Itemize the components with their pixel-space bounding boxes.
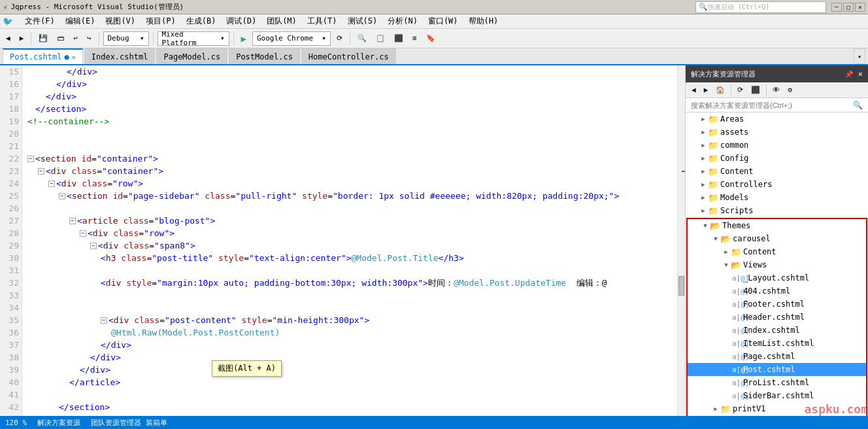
minimize-button[interactable]: ─ [831,3,842,12]
collapse-29[interactable]: − [90,243,97,249]
toolbar-undo-btn[interactable]: ↩ [70,31,81,46]
expand-icon[interactable]: ▼ [722,260,731,269]
collapse-25[interactable]: − [59,193,65,199]
tree-item-footer[interactable]: a[@] Footer.cshtml [688,298,866,311]
tab-post-cshtml[interactable]: Post.cshtml ● ✕ [3,48,83,64]
toolbar-redo-btn[interactable]: ↪ [84,31,95,46]
tab-homecontroller-cs[interactable]: HomeController.cs [301,48,396,64]
tree-item-carousel-content[interactable]: ▶ 📁 Content [688,245,866,258]
tab-pagemodel-cs[interactable]: PageModel.cs [156,48,227,64]
se-search[interactable]: 🔍 [686,98,868,112]
tree-item-config[interactable]: ▶ 📁 Config [686,152,868,165]
se-search-input[interactable] [691,101,850,109]
start-debug-btn[interactable]: ▶ [238,31,250,46]
collapse-35[interactable]: − [101,317,107,324]
se-show-all[interactable]: 👁 [769,84,783,96]
tree-item-content[interactable]: ▶ 📁 Content [686,165,868,178]
expand-icon[interactable]: ▶ [699,128,708,137]
menu-analyze[interactable]: 分析(N) [384,14,422,28]
se-refresh[interactable]: ⟳ [734,84,746,96]
se-settings[interactable]: ⚙ [784,84,795,96]
se-nav-forward[interactable]: ▶ [701,84,712,96]
toolbar-misc1[interactable]: 🔍 [354,31,370,46]
tree-item-404[interactable]: a[@] 404.cshtml [688,284,866,298]
collapse-24[interactable]: − [48,180,55,187]
menu-test[interactable]: 测试(S) [344,14,382,28]
platform-dropdown[interactable]: Mixed Platform ▾ [158,31,229,46]
toolbar-bookmark-btn[interactable]: 🔖 [423,31,439,46]
se-search-icon[interactable]: 🔍 [853,101,863,110]
expand-icon[interactable]: ▶ [699,206,708,215]
se-home[interactable]: 🏠 [712,84,728,96]
scroll-thumb[interactable] [678,276,684,296]
tree-item-post-cshtml[interactable]: a[@] Post.cshtml [688,363,866,376]
tab-scroll-down[interactable]: ▾ [854,48,865,64]
toolbar-save-all-btn[interactable]: 🗃 [54,31,67,46]
se-pin-btn[interactable]: 📌 [845,71,853,78]
toolbar-back-btn[interactable]: ◀ [3,31,14,46]
tree-item-assets[interactable]: ▶ 📁 assets [686,126,868,139]
menu-tools[interactable]: 工具(T) [303,14,341,28]
toolbar-save-btn[interactable]: 💾 [35,31,51,46]
collapse-23[interactable]: − [38,168,44,175]
code-editor[interactable]: 15 16 17 18 19 20 21 22 23 24 25 26 27 2… [0,65,685,416]
expand-icon[interactable]: ▼ [701,221,710,230]
toolbar-attach-btn[interactable]: ⟳ [333,31,346,46]
tree-item-printv1[interactable]: ▶ 📁 printV1 [688,402,866,415]
menu-edit[interactable]: 编辑(E) [61,14,99,28]
expand-icon[interactable]: ▶ [699,193,708,202]
tree-item-layout[interactable]: a[@] _Layout.cshtml [688,271,866,284]
screenshot-tooltip[interactable]: 截图(Alt + A) [212,360,282,377]
menu-window[interactable]: 窗口(W) [424,14,462,28]
menu-team[interactable]: 团队(M) [263,14,301,28]
collapse-22[interactable]: − [27,156,34,162]
expand-icon[interactable]: ▶ [711,404,720,413]
quick-launch-input[interactable]: 🔍 快速启动 (Ctrl+Q) [695,1,826,13]
toolbar-misc2[interactable]: 📋 [373,31,388,46]
tree-item-scripts[interactable]: ▶ 📁 Scripts [686,204,868,217]
tab-postmodel-cs[interactable]: PostModel.cs [229,48,300,64]
menu-view[interactable]: 视图(V) [101,14,139,28]
toolbar-forward-btn[interactable]: ▶ [16,31,27,46]
expand-icon[interactable]: ▼ [711,234,720,243]
tree-item-areas[interactable]: ▶ 📁 Areas [686,112,868,126]
tree-item-sidebar[interactable]: a[@] SiderBar.cshtml [688,389,866,402]
expand-icon[interactable]: ▶ [722,247,731,256]
tree-item-header[interactable]: a[@] Header.cshtml [688,311,866,324]
tab-index-cshtml[interactable]: Index.cshtml [84,48,156,64]
close-button[interactable]: ✕ [855,3,865,12]
se-nav-back[interactable]: ◀ [688,84,699,96]
debug-config-dropdown[interactable]: Debug ▾ [103,31,149,46]
menu-debug[interactable]: 调试(D) [222,14,260,28]
tree-item-index[interactable]: a[@] Index.cshtml [688,324,866,337]
expand-icon[interactable]: ▶ [699,141,708,150]
tree-item-themes[interactable]: ▼ 📂 Themes [688,219,866,232]
tree-item-carousel[interactable]: ▼ 📂 carousel [688,232,866,245]
menu-file[interactable]: 文件(F) [21,14,59,28]
menu-project[interactable]: 项目(P) [142,14,180,28]
tree-item-controllers[interactable]: ▶ 📁 Controllers [686,178,868,191]
browser-dropdown[interactable]: Google Chrome ▾ [252,31,331,46]
tree-item-models[interactable]: ▶ 📁 Models [686,191,868,204]
se-close-btn[interactable]: ✕ [858,69,863,78]
collapse-28[interactable]: − [80,230,86,237]
toolbar-misc3[interactable]: ⬛ [391,31,407,46]
tree-item-prolist[interactable]: a[@] ProList.cshtml [688,376,866,389]
expand-icon[interactable]: ▶ [699,114,708,124]
tab-post-close[interactable]: ✕ [72,54,76,61]
menu-help[interactable]: 帮助(H) [465,14,503,28]
expand-icon[interactable]: ▶ [699,154,708,163]
menu-build[interactable]: 生成(B) [182,14,220,28]
toolbar-misc4[interactable]: ≡ [409,31,420,46]
tree-item-common[interactable]: ▶ 📁 common [686,139,868,152]
collapse-27[interactable]: − [69,218,76,224]
expand-icon[interactable]: ▶ [699,167,708,176]
tree-item-itemlist[interactable]: a[@] ItemList.cshtml [688,337,866,350]
tree-item-prowerv5[interactable]: ▶ 📁 prowerV5 [688,415,866,416]
restore-button[interactable]: □ [843,3,854,12]
tree-item-views[interactable]: ▼ 📂 Views [688,258,866,271]
expand-icon[interactable]: ▶ [699,180,708,189]
tree-item-page[interactable]: a[@] Page.cshtml [688,350,866,363]
scroll-indicator[interactable] [677,65,685,416]
code-content[interactable]: </div> </div> </div> </section> [22,65,677,416]
